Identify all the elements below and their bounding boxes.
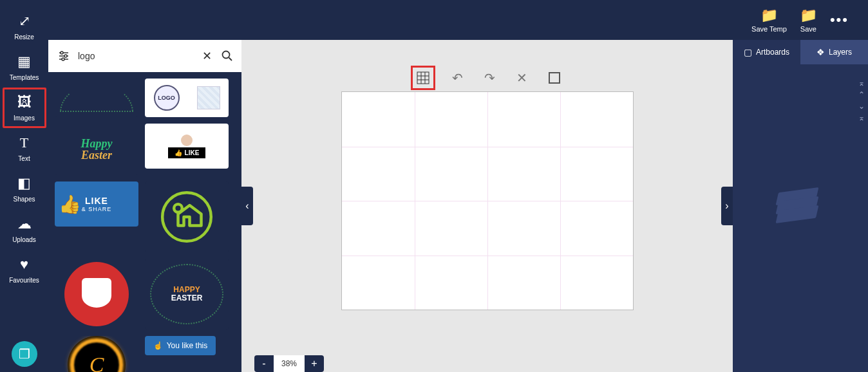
uploads-icon: ☁ bbox=[17, 216, 32, 232]
sidebar-item-templates[interactable]: ▦ Templates bbox=[5, 47, 44, 88]
layers-label: Layers bbox=[829, 48, 852, 57]
sidebar-item-text[interactable]: T Text bbox=[5, 128, 44, 169]
shapes-label: Shapes bbox=[14, 196, 35, 203]
svg-point-9 bbox=[174, 204, 182, 212]
layer-down-button[interactable]: ⌄ bbox=[858, 102, 865, 111]
layer-nav: ⌅ ⌃ ⌄ ⌅ bbox=[855, 79, 868, 122]
thumbnail-item[interactable]: Happy Easter bbox=[55, 124, 138, 175]
thumbnail-label: C bbox=[90, 353, 104, 372]
close-icon: ✕ bbox=[516, 70, 527, 86]
save-label: Save bbox=[800, 25, 816, 33]
thumbnail-item[interactable] bbox=[55, 79, 138, 117]
undo-button[interactable]: ↶ bbox=[448, 68, 467, 88]
svg-point-5 bbox=[62, 58, 64, 60]
save-temp-label: Save Temp bbox=[751, 25, 787, 33]
layers-icon: ❖ bbox=[816, 47, 825, 57]
right-panel: ▢ Artboards ❖ Layers ⌅ ⌃ ⌄ ⌅ bbox=[733, 40, 868, 372]
images-label: Images bbox=[14, 115, 35, 122]
thumbnail-item[interactable]: HAPPY EASTER bbox=[145, 259, 229, 330]
thumbnail-label: LOGO bbox=[154, 85, 180, 111]
layer-bottom-button[interactable]: ⌅ bbox=[858, 113, 865, 122]
thumbnail-label: Happy bbox=[81, 138, 113, 149]
point-icon: ☝ bbox=[153, 341, 163, 350]
right-tabs: ▢ Artboards ❖ Layers bbox=[733, 40, 868, 64]
thumbnail-label: You like this bbox=[167, 341, 208, 350]
thumbnail-label: LIKE bbox=[185, 149, 200, 156]
thumbnail-item[interactable]: 👍LIKE bbox=[145, 124, 229, 169]
images-icon: 🖼 bbox=[17, 94, 32, 111]
thumbnail-label: EASTER bbox=[171, 294, 203, 302]
more-menu-button[interactable]: ••• bbox=[830, 12, 849, 28]
svg-rect-10 bbox=[417, 72, 429, 84]
svg-point-1 bbox=[61, 51, 63, 54]
svg-point-6 bbox=[223, 51, 230, 59]
svg-point-3 bbox=[64, 55, 67, 57]
close-button[interactable]: ✕ bbox=[513, 68, 532, 88]
thumbnail-label: LIKE bbox=[85, 196, 108, 206]
templates-icon: ▦ bbox=[17, 53, 31, 70]
zoom-in-button[interactable]: + bbox=[305, 355, 324, 372]
resize-icon: ⤢ bbox=[19, 13, 30, 30]
search-icon[interactable] bbox=[220, 48, 235, 64]
sidebar-item-images[interactable]: 🖼 Images bbox=[3, 88, 46, 128]
blank-button[interactable] bbox=[545, 68, 564, 88]
square-icon bbox=[549, 72, 560, 84]
text-icon: T bbox=[20, 135, 28, 151]
sidebar-item-favourites[interactable]: ♥ Favourites bbox=[5, 250, 44, 290]
text-label: Text bbox=[18, 155, 30, 162]
tab-artboards[interactable]: ▢ Artboards bbox=[733, 40, 800, 64]
chat-icon: ❐ bbox=[19, 346, 30, 362]
thumbup-icon: 👍 bbox=[59, 194, 81, 215]
image-panel: ✕ LOGO Happy Easter 👍LIKE 👍 LIKE & SHARE bbox=[48, 40, 241, 372]
thumbnail-grid: LOGO Happy Easter 👍LIKE 👍 LIKE & SHARE bbox=[48, 72, 241, 372]
thumbnail-item[interactable]: 👍 LIKE & SHARE bbox=[55, 181, 138, 227]
favourites-label: Favourites bbox=[9, 277, 39, 284]
search-input[interactable] bbox=[78, 51, 194, 61]
resize-label: Resize bbox=[14, 33, 34, 41]
tab-layers[interactable]: ❖ Layers bbox=[800, 40, 868, 64]
zoom-control: - 38% + bbox=[254, 355, 324, 372]
eco-house-icon bbox=[158, 188, 216, 246]
folder-icon: 📁 bbox=[800, 7, 817, 24]
sidebar-item-shapes[interactable]: ◧ Shapes bbox=[5, 169, 44, 209]
save-temp-button[interactable]: 📁 Save Temp bbox=[751, 7, 787, 33]
thumbnail-item[interactable]: C bbox=[55, 336, 138, 372]
thumbnail-label: & SHARE bbox=[82, 206, 112, 212]
search-bar: ✕ bbox=[48, 40, 241, 72]
clear-search-icon[interactable]: ✕ bbox=[199, 48, 214, 64]
layer-top-button[interactable]: ⌅ bbox=[858, 79, 865, 88]
thumbnail-item[interactable] bbox=[145, 181, 229, 252]
redo-button[interactable]: ↷ bbox=[480, 68, 500, 88]
artboards-label: Artboards bbox=[756, 48, 789, 57]
thumbnail-item[interactable]: LOGO bbox=[145, 79, 229, 117]
sidebar-item-resize[interactable]: ⤢ Resize bbox=[5, 6, 44, 47]
folder-temp-icon: 📁 bbox=[760, 7, 778, 24]
grid-icon bbox=[417, 71, 429, 84]
thumbnail-label: Easter bbox=[81, 149, 113, 161]
thumbnail-item[interactable]: ☝ You like this bbox=[145, 336, 216, 355]
grid-toggle-button[interactable] bbox=[411, 66, 435, 90]
heart-icon: ♥ bbox=[20, 256, 28, 273]
thumbup-icon: 👍 bbox=[175, 149, 182, 156]
zoom-value[interactable]: 38% bbox=[274, 355, 305, 372]
filter-icon[interactable] bbox=[55, 47, 73, 65]
redo-icon: ↷ bbox=[484, 70, 495, 86]
left-toolbar: ⤢ Resize ▦ Templates 🖼 Images T Text ◧ S… bbox=[0, 0, 48, 372]
thumbnail-item[interactable] bbox=[55, 259, 138, 330]
artboard-icon: ▢ bbox=[744, 47, 752, 57]
canvas-toolbar: ↶ ↷ ✕ bbox=[411, 66, 564, 90]
sidebar-item-uploads[interactable]: ☁ Uploads bbox=[5, 209, 44, 250]
artboard[interactable] bbox=[341, 91, 634, 310]
layers-empty-icon bbox=[778, 190, 823, 222]
undo-icon: ↶ bbox=[452, 70, 463, 86]
collapse-left-button[interactable]: ‹ bbox=[241, 187, 253, 225]
save-button[interactable]: 📁 Save bbox=[800, 7, 817, 33]
uploads-label: Uploads bbox=[12, 236, 36, 243]
zoom-out-button[interactable]: - bbox=[254, 355, 274, 372]
templates-label: Templates bbox=[10, 74, 39, 81]
collapse-right-button[interactable]: › bbox=[721, 187, 733, 225]
topbar: 📁 Save Temp 📁 Save ••• bbox=[0, 0, 868, 40]
canvas-area: ‹ › ↶ ↷ ✕ - 38% + bbox=[241, 40, 733, 372]
help-button[interactable]: ❐ bbox=[12, 341, 37, 367]
layer-up-button[interactable]: ⌃ bbox=[858, 90, 865, 99]
